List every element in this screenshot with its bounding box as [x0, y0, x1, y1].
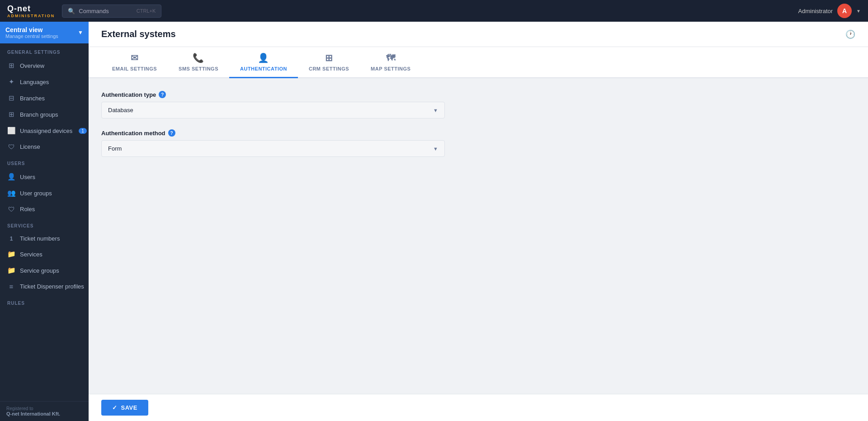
topbar: Q-net ADMINISTRATION 🔍 Commands CTRL+K A…	[0, 0, 868, 22]
tab-label: AUTHENTICATION	[240, 66, 287, 71]
content-header: External systems 🕐	[89, 22, 868, 47]
sidebar-item-overview[interactable]: ⊞ Overview	[0, 57, 89, 74]
roles-icon: 🛡	[7, 205, 15, 213]
tab-label: EMAIL SETTINGS	[112, 66, 157, 71]
auth-type-label: Authentication type	[101, 91, 156, 98]
auth-method-select[interactable]: Form ▼	[101, 140, 445, 157]
tab-sms-settings[interactable]: 📞 SMS SETTINGS	[168, 47, 229, 78]
unassigned-devices-icon: ⬜	[7, 127, 15, 135]
main-layout: Central view Manage central settings ▼ G…	[0, 22, 868, 421]
sidebar-footer-name: Q-net International Kft.	[6, 411, 82, 416]
sidebar-item-service-groups[interactable]: 📁 Service groups	[0, 262, 89, 279]
sidebar-item-languages[interactable]: ✦ Languages	[0, 74, 89, 90]
tab-label: SMS SETTINGS	[179, 66, 218, 71]
section-label-rules: RULES	[0, 294, 89, 308]
auth-type-help-icon[interactable]: ?	[159, 91, 166, 98]
unassigned-devices-badge: 1	[79, 128, 87, 134]
sidebar-item-ticket-numbers[interactable]: 1 Ticket numbers	[0, 231, 89, 246]
section-label-general: GENERAL SETTINGS	[0, 43, 89, 57]
sidebar: Central view Manage central settings ▼ G…	[0, 22, 89, 421]
sidebar-item-label: Unassigned devices	[20, 128, 72, 134]
sidebar-item-unassigned-devices[interactable]: ⬜ Unassigned devices 1	[0, 123, 89, 139]
sidebar-item-ticket-dispenser[interactable]: ≡ Ticket Dispenser profiles	[0, 279, 89, 294]
ticket-numbers-icon: 1	[7, 236, 15, 242]
email-icon: ✉	[131, 52, 139, 63]
users-icon: 👤	[7, 173, 15, 181]
sidebar-header-title: Central view	[5, 26, 58, 33]
auth-method-arrow: ▼	[433, 146, 438, 151]
sidebar-footer: Registered to Q-net International Kft.	[0, 401, 89, 421]
overview-icon: ⊞	[7, 61, 15, 70]
tab-crm-settings[interactable]: ⊞ CRM SETTINGS	[298, 47, 360, 78]
branch-groups-icon: ⊞	[7, 110, 15, 118]
auth-method-value: Form	[108, 145, 122, 152]
sidebar-item-label: Languages	[20, 79, 49, 85]
topbar-right: Administrator A ▼	[798, 4, 861, 18]
auth-type-group: Authentication type ? Database ▼	[101, 91, 855, 118]
license-icon: 🛡	[7, 143, 15, 151]
history-icon[interactable]: 🕐	[845, 29, 855, 39]
content-area: External systems 🕐 ✉ EMAIL SETTINGS 📞 SM…	[89, 22, 868, 421]
sidebar-item-user-groups[interactable]: 👥 User groups	[0, 185, 89, 201]
tabs-bar: ✉ EMAIL SETTINGS 📞 SMS SETTINGS 👤 AUTHEN…	[89, 47, 868, 78]
auth-type-arrow: ▼	[433, 108, 438, 113]
save-checkmark-icon: ✓	[112, 404, 118, 411]
map-icon: 🗺	[386, 53, 396, 63]
sidebar-item-label: License	[20, 143, 40, 150]
sidebar-item-label: Branch groups	[20, 111, 58, 118]
sidebar-item-roles[interactable]: 🛡 Roles	[0, 201, 89, 217]
auth-type-label-row: Authentication type ?	[101, 91, 855, 98]
sidebar-item-label: Overview	[20, 62, 44, 69]
sidebar-item-branches[interactable]: ⊟ Branches	[0, 90, 89, 106]
search-shortcut: CTRL+K	[137, 8, 156, 14]
tab-map-settings[interactable]: 🗺 MAP SETTINGS	[360, 47, 421, 78]
tab-label: MAP SETTINGS	[371, 66, 410, 71]
sidebar-item-license[interactable]: 🛡 License	[0, 139, 89, 155]
save-button[interactable]: ✓ SAVE	[101, 400, 148, 416]
auth-icon: 👤	[258, 52, 269, 63]
sms-icon: 📞	[193, 52, 204, 63]
auth-method-help-icon[interactable]: ?	[168, 129, 175, 137]
user-name: Administrator	[798, 8, 833, 14]
ticket-dispenser-icon: ≡	[7, 283, 15, 290]
sidebar-item-branch-groups[interactable]: ⊞ Branch groups	[0, 106, 89, 123]
auth-type-value: Database	[108, 107, 133, 114]
tab-label: CRM SETTINGS	[309, 66, 349, 71]
search-box[interactable]: 🔍 Commands CTRL+K	[62, 5, 161, 18]
search-icon: 🔍	[68, 8, 75, 14]
sidebar-item-label: Ticket Dispenser profiles	[20, 283, 84, 290]
bottom-bar: ✓ SAVE	[89, 394, 868, 421]
user-avatar[interactable]: A	[837, 4, 852, 18]
service-groups-icon: 📁	[7, 266, 15, 274]
user-groups-icon: 👥	[7, 189, 15, 197]
logo-area: Q-net ADMINISTRATION	[7, 4, 55, 18]
logo-text: Q-net	[7, 4, 31, 14]
crm-icon: ⊞	[325, 52, 333, 63]
form-content: Authentication type ? Database ▼ Authent…	[89, 78, 868, 394]
search-placeholder: Commands	[79, 8, 108, 14]
auth-method-group: Authentication method ? Form ▼	[101, 129, 855, 157]
tab-email-settings[interactable]: ✉ EMAIL SETTINGS	[101, 47, 168, 78]
branches-icon: ⊟	[7, 94, 15, 102]
auth-method-label-row: Authentication method ?	[101, 129, 855, 137]
sidebar-item-label: Branches	[20, 95, 45, 102]
sidebar-item-services[interactable]: 📁 Services	[0, 246, 89, 262]
sidebar-header-arrow: ▼	[78, 29, 83, 36]
sidebar-header[interactable]: Central view Manage central settings ▼	[0, 22, 89, 43]
sidebar-item-label: Service groups	[20, 267, 59, 274]
sidebar-item-label: Ticket numbers	[20, 235, 60, 242]
user-menu-chevron[interactable]: ▼	[856, 9, 861, 14]
sidebar-item-label: Services	[20, 251, 42, 258]
auth-type-select[interactable]: Database ▼	[101, 102, 445, 118]
section-label-users: USERS	[0, 155, 89, 169]
languages-icon: ✦	[7, 78, 15, 86]
tab-authentication[interactable]: 👤 AUTHENTICATION	[229, 47, 298, 78]
sidebar-footer-reg: Registered to	[6, 406, 82, 411]
page-title: External systems	[101, 29, 176, 39]
sidebar-item-label: User groups	[20, 190, 52, 197]
services-icon: 📁	[7, 250, 15, 258]
sidebar-header-sub: Manage central settings	[5, 33, 58, 39]
sidebar-item-users[interactable]: 👤 Users	[0, 169, 89, 185]
auth-method-label: Authentication method	[101, 130, 165, 137]
save-label: SAVE	[121, 404, 137, 411]
